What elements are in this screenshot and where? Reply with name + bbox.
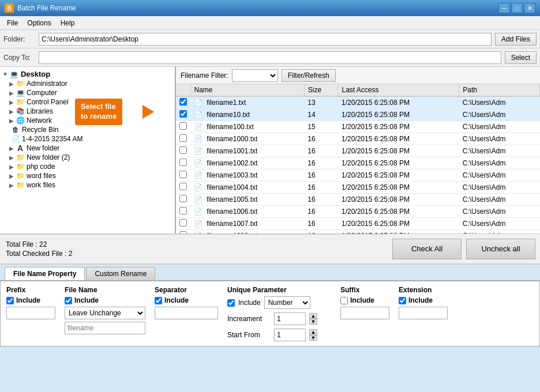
copyto-input[interactable] bbox=[39, 51, 501, 64]
row-checkbox-cell[interactable] bbox=[176, 194, 190, 206]
row-path: C:\Users\Adm bbox=[459, 194, 540, 206]
tree-item-desktop[interactable]: ▼ 💻 Desktop bbox=[0, 69, 175, 79]
col-path[interactable]: Path bbox=[459, 84, 540, 96]
row-checkbox-cell[interactable] bbox=[176, 145, 190, 157]
row-checkbox[interactable] bbox=[179, 231, 187, 233]
row-checkbox[interactable] bbox=[179, 171, 187, 178]
row-checkbox-cell[interactable] bbox=[176, 182, 190, 194]
startfrom-up[interactable]: ▲ bbox=[309, 329, 317, 335]
suffix-include-checkbox[interactable] bbox=[340, 297, 348, 304]
minimize-button[interactable]: ─ bbox=[498, 3, 510, 13]
separator-input[interactable] bbox=[155, 307, 218, 319]
prefix-input[interactable] bbox=[6, 307, 55, 319]
tree-label: word files bbox=[27, 172, 56, 180]
tree-item-recyclebin[interactable]: 🗑 Recycle Bin bbox=[0, 125, 175, 134]
row-size: 15 bbox=[304, 121, 338, 133]
row-checkbox-cell[interactable] bbox=[176, 133, 190, 145]
file-icon: 📄 bbox=[194, 159, 202, 167]
check-all-button[interactable]: Check All bbox=[392, 239, 462, 259]
tree-item-newfolder[interactable]: ▶ A New folder bbox=[0, 144, 175, 153]
filename-dropdown[interactable]: Leave Unchange Lowercase Uppercase bbox=[65, 307, 145, 319]
network-icon: 🌐 bbox=[16, 116, 25, 125]
tree-item-libraries[interactable]: ▶ 📚 Libraries bbox=[0, 107, 175, 116]
row-checkbox-cell[interactable] bbox=[176, 96, 190, 109]
col-name[interactable]: Name bbox=[190, 84, 304, 96]
row-checkbox-cell[interactable] bbox=[176, 157, 190, 169]
uncheck-all-button[interactable]: Uncheck all bbox=[466, 239, 535, 259]
col-lastaccess[interactable]: Last Access bbox=[338, 84, 459, 96]
row-checkbox-cell[interactable] bbox=[176, 230, 190, 234]
tree-item-controlpanel[interactable]: ▶ 📁 Control Panel bbox=[0, 97, 175, 107]
startfrom-down[interactable]: ▼ bbox=[309, 335, 317, 341]
filter-refresh-button[interactable]: Filter/Refresh bbox=[282, 69, 336, 82]
expand-icon: ▶ bbox=[9, 99, 14, 105]
extension-include-checkbox[interactable] bbox=[399, 297, 406, 304]
tab-custom-rename[interactable]: Custom Rename bbox=[86, 267, 155, 280]
filename-input[interactable] bbox=[65, 322, 145, 334]
row-path: C:\Users\Adm bbox=[459, 109, 540, 121]
file-panel: Filename Filter: *.txt *.doc *.jpg Filte… bbox=[176, 67, 540, 233]
tree-label: Recycle Bin bbox=[22, 126, 58, 134]
row-checkbox[interactable] bbox=[179, 219, 187, 227]
separator-include-checkbox[interactable] bbox=[155, 297, 162, 304]
tab-filename-property[interactable]: File Name Property bbox=[5, 267, 85, 280]
file-icon: 📄 bbox=[194, 135, 202, 143]
filename-include-checkbox[interactable] bbox=[65, 297, 72, 304]
extension-input[interactable] bbox=[399, 307, 448, 319]
prefix-include-checkbox[interactable] bbox=[6, 297, 14, 304]
row-checkbox[interactable] bbox=[179, 146, 187, 154]
tree-item-newfolder2[interactable]: ▶ 📁 New folder (2) bbox=[0, 153, 175, 162]
menu-file[interactable]: File bbox=[2, 18, 22, 28]
row-checkbox-cell[interactable] bbox=[176, 218, 190, 230]
row-checkbox[interactable] bbox=[179, 110, 187, 118]
row-checkbox-cell[interactable] bbox=[176, 121, 190, 133]
tree-item-phpcode[interactable]: ▶ 📁 php code bbox=[0, 162, 175, 171]
unique-include-checkbox[interactable] bbox=[227, 299, 235, 307]
suffix-input[interactable] bbox=[340, 307, 389, 319]
select-button[interactable]: Select bbox=[505, 51, 537, 64]
filter-row: Filename Filter: *.txt *.doc *.jpg Filte… bbox=[176, 67, 540, 84]
window-controls[interactable]: ─ □ ✕ bbox=[498, 3, 535, 13]
row-checkbox[interactable] bbox=[179, 122, 187, 130]
menu-options[interactable]: Options bbox=[22, 18, 55, 28]
row-checkbox-cell[interactable] bbox=[176, 109, 190, 121]
row-checkbox[interactable] bbox=[179, 98, 187, 105]
add-files-button[interactable]: Add Files bbox=[495, 33, 537, 46]
tree-label: New folder bbox=[27, 144, 59, 152]
expand-icon: ▼ bbox=[2, 71, 8, 77]
tree-item-wordfiles[interactable]: ▶ 📁 word files bbox=[0, 171, 175, 180]
row-checkbox[interactable] bbox=[179, 183, 187, 190]
row-checkbox[interactable] bbox=[179, 195, 187, 202]
file-name-text: filename1007.txt bbox=[207, 220, 257, 228]
file-icon: 📄 bbox=[194, 99, 202, 107]
folder-icon: 📚 bbox=[16, 107, 25, 115]
increment-up[interactable]: ▲ bbox=[309, 313, 317, 319]
row-size: 16 bbox=[304, 230, 338, 234]
startfrom-input[interactable] bbox=[274, 329, 306, 341]
tree-item-administrator[interactable]: ▶ 📁 Administrator bbox=[0, 79, 175, 88]
row-checkbox-cell[interactable] bbox=[176, 206, 190, 218]
row-checkbox[interactable] bbox=[179, 159, 187, 166]
menu-help[interactable]: Help bbox=[56, 18, 80, 28]
row-name: 📄 filename1005.txt bbox=[190, 194, 304, 206]
tree-item-network[interactable]: ▶ 🌐 Network bbox=[0, 116, 175, 125]
tree-item-workfiles[interactable]: ▶ 📁 work files bbox=[0, 180, 175, 190]
unique-type-dropdown[interactable]: Number Date Random bbox=[264, 296, 310, 309]
col-size[interactable]: Size bbox=[304, 84, 338, 96]
folder-input[interactable] bbox=[39, 33, 492, 46]
maximize-button[interactable]: □ bbox=[511, 3, 523, 13]
tree-item-computer[interactable]: ▶ 💻 Computer bbox=[0, 88, 175, 97]
increment-down[interactable]: ▼ bbox=[309, 319, 317, 325]
row-path: C:\Users\Adm bbox=[459, 230, 540, 234]
tree-label: php code bbox=[27, 163, 55, 171]
tree-item-dated-folder[interactable]: 📄 1-4-2015 32354 AM bbox=[0, 134, 175, 144]
filter-select[interactable]: *.txt *.doc *.jpg bbox=[232, 69, 278, 82]
row-checkbox[interactable] bbox=[179, 207, 187, 214]
letter-icon: A bbox=[16, 144, 25, 152]
expand-icon: ▶ bbox=[9, 173, 14, 179]
file-name-text: filename1000.txt bbox=[207, 135, 257, 143]
row-checkbox[interactable] bbox=[179, 134, 187, 142]
increment-input[interactable] bbox=[274, 312, 306, 325]
close-button[interactable]: ✕ bbox=[524, 3, 535, 13]
row-checkbox-cell[interactable] bbox=[176, 169, 190, 182]
